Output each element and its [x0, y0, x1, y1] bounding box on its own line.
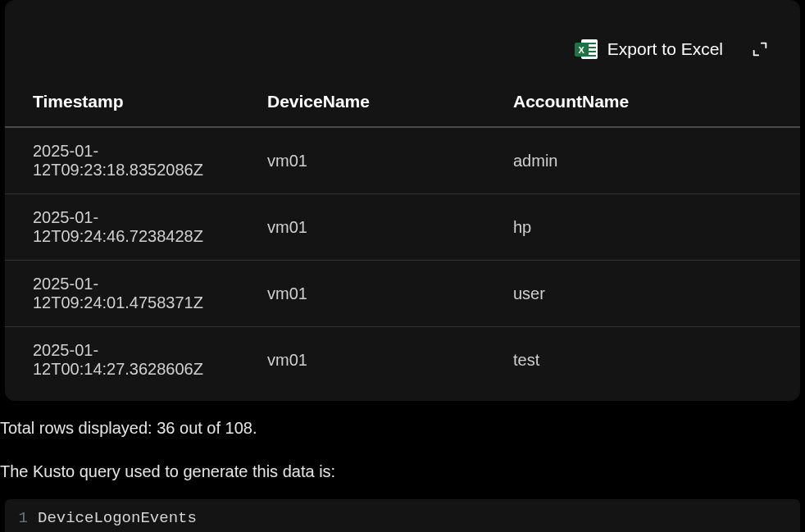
export-label: Export to Excel [607, 39, 723, 59]
col-header-account[interactable]: AccountName [513, 80, 800, 127]
cell-account: hp [513, 194, 800, 261]
table-header-row: Timestamp DeviceName AccountName [5, 80, 800, 127]
export-to-excel-button[interactable]: X Export to Excel [575, 38, 723, 61]
cell-timestamp: 2025-01-12T09:23:18.8352086Z [5, 127, 267, 194]
table-row[interactable]: 2025-01-12T00:14:27.3628606Zvm01test [5, 327, 800, 393]
line-number: 1 [5, 506, 38, 530]
col-header-device[interactable]: DeviceName [267, 80, 513, 127]
expand-button[interactable] [749, 39, 771, 60]
code-line: 1DeviceLogonEvents [5, 506, 800, 530]
code-content: DeviceLogonEvents [38, 506, 197, 530]
cell-device: vm01 [267, 127, 513, 194]
cell-timestamp: 2025-01-12T09:24:01.4758371Z [5, 261, 267, 327]
cell-account: test [513, 327, 800, 393]
cell-device: vm01 [267, 327, 513, 393]
excel-icon: X [575, 38, 598, 61]
kusto-query-code[interactable]: 1DeviceLogonEvents2| where ActionType ==… [5, 499, 800, 532]
query-description: The Kusto query used to generate this da… [0, 438, 805, 481]
cell-device: vm01 [267, 261, 513, 327]
results-toolbar: X Export to Excel [5, 0, 800, 80]
col-header-timestamp[interactable]: Timestamp [5, 80, 267, 127]
table-row[interactable]: 2025-01-12T09:24:46.7238428Zvm01hp [5, 194, 800, 261]
cell-device: vm01 [267, 194, 513, 261]
results-table: Timestamp DeviceName AccountName 2025-01… [5, 80, 800, 393]
table-row[interactable]: 2025-01-12T09:24:01.4758371Zvm01user [5, 261, 800, 327]
cell-account: admin [513, 127, 800, 194]
table-row[interactable]: 2025-01-12T09:23:18.8352086Zvm01admin [5, 127, 800, 194]
cell-account: user [513, 261, 800, 327]
expand-icon [751, 40, 769, 58]
cell-timestamp: 2025-01-12T09:24:46.7238428Z [5, 194, 267, 261]
rows-status: Total rows displayed: 36 out of 108. [0, 401, 805, 438]
cell-timestamp: 2025-01-12T00:14:27.3628606Z [5, 327, 267, 393]
results-panel: X Export to Excel Timestamp DeviceName A… [5, 0, 800, 401]
